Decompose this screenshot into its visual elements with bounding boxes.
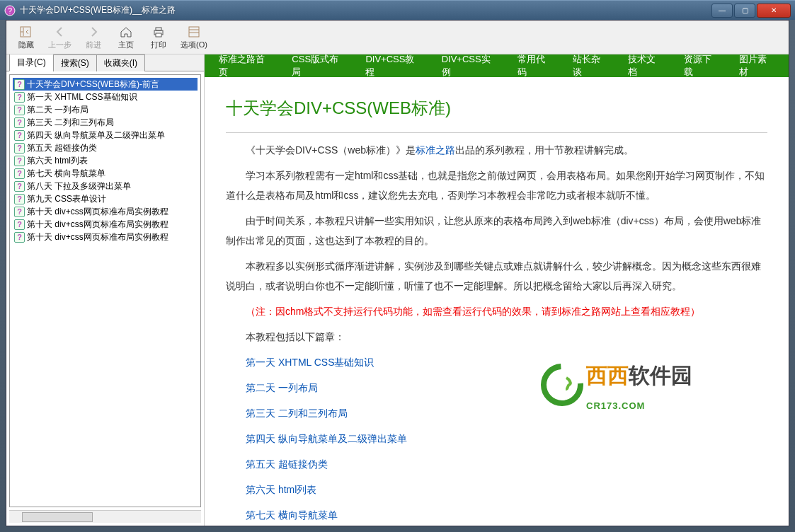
tree-item[interactable]: ?第七天 横向导航菜单 xyxy=(13,167,198,180)
nav-link[interactable]: DIV+CSS实例 xyxy=(442,54,498,79)
help-page-icon: ? xyxy=(14,91,25,103)
article-body: 十天学会DIV+CSS(WEB标准) 《十天学会DIV+CSS（web标准）》是… xyxy=(205,77,789,526)
chapters-intro: 本教程包括以下篇章： xyxy=(226,327,767,347)
help-page-icon: ? xyxy=(14,104,25,115)
tree-item[interactable]: ?第二天 一列布局 xyxy=(13,103,198,116)
help-page-icon: ? xyxy=(14,129,25,141)
tree-item[interactable]: ?第三天 二列和三列布局 xyxy=(13,116,198,129)
minimize-button[interactable]: — xyxy=(711,4,733,18)
options-button[interactable]: 选项(O) xyxy=(176,23,212,52)
chapter-link[interactable]: 第四天 纵向导航菜单及二级弹出菜单 xyxy=(246,429,767,449)
logo-mark-icon xyxy=(541,364,583,406)
paragraph: 《十天学会DIV+CSS（web标准）》是标准之路出品的系列教程，用十节教程讲解… xyxy=(226,140,767,160)
help-page-icon: ? xyxy=(14,79,25,90)
page-title: 十天学会DIV+CSS(WEB标准) xyxy=(226,91,767,133)
svg-point-7 xyxy=(544,366,580,403)
home-icon xyxy=(119,25,133,39)
note-text: （注：因chm格式不支持运行代码功能，如需查看运行代码的效果，请到标准之路网站上… xyxy=(226,301,767,321)
help-page-icon: ? xyxy=(14,231,25,243)
help-page-icon: ? xyxy=(14,193,25,204)
client-area: 隐藏 上一步 前进 主页 打印 选项(O) xyxy=(6,20,789,526)
print-button[interactable]: 打印 xyxy=(143,23,174,52)
tree-item[interactable]: ?第十天 div+css网页标准布局实例教程 xyxy=(13,231,198,243)
svg-rect-6 xyxy=(189,27,199,37)
tree-item[interactable]: ?第九天 CSS表单设计 xyxy=(13,192,198,205)
nav-link[interactable]: 站长杂谈 xyxy=(573,54,608,79)
app-window: ? 十天学会DIV+CSS(WEB标准)__标准之路 — ▢ ✕ 隐藏 上一步 … xyxy=(0,0,795,532)
help-page-icon: ? xyxy=(14,117,25,128)
svg-rect-4 xyxy=(156,28,161,30)
app-icon: ? xyxy=(4,5,16,16)
tree-item[interactable]: ?第一天 XHTML CSS基础知识 xyxy=(13,91,198,103)
nav-link[interactable]: 技术文档 xyxy=(628,54,663,79)
tree-hscrollbar[interactable] xyxy=(9,510,201,523)
back-icon xyxy=(53,25,67,39)
tree-item[interactable]: ?第八天 下拉及多级弹出菜单 xyxy=(13,180,198,192)
help-page-icon: ? xyxy=(14,219,25,230)
options-icon xyxy=(187,25,201,39)
paragraph: 学习本系列教程需有一定html和css基础，也就是指您之前做过网页，会用表格布局… xyxy=(226,166,767,205)
back-button[interactable]: 上一步 xyxy=(43,23,76,52)
split-container: 目录(C) 搜索(S) 收藏夹(I) ?十天学会DIV+CSS(WEB标准)-前… xyxy=(6,54,789,526)
nav-tabs: 目录(C) 搜索(S) 收藏夹(I) xyxy=(6,54,204,71)
inline-link[interactable]: 标准之路 xyxy=(416,144,455,156)
help-page-icon: ? xyxy=(14,142,25,154)
window-title: 十天学会DIV+CSS(WEB标准)__标准之路 xyxy=(20,4,710,16)
help-page-icon: ? xyxy=(14,168,25,179)
help-page-icon: ? xyxy=(14,155,25,166)
navigation-pane: 目录(C) 搜索(S) 收藏夹(I) ?十天学会DIV+CSS(WEB标准)-前… xyxy=(6,54,205,526)
toolbar: 隐藏 上一步 前进 主页 打印 选项(O) xyxy=(6,21,789,54)
titlebar[interactable]: ? 十天学会DIV+CSS(WEB标准)__标准之路 — ▢ ✕ xyxy=(0,0,795,20)
nav-link[interactable]: 资源下载 xyxy=(684,54,719,79)
forward-button[interactable]: 前进 xyxy=(78,23,109,52)
print-icon xyxy=(151,25,166,39)
paragraph: 本教程多以实例形式循序渐进讲解，实例涉及到哪些关键点或难点就讲解什么，较少讲解概… xyxy=(226,256,767,296)
nav-link[interactable]: 图片素材 xyxy=(739,54,774,79)
tree-item[interactable]: ?第十天 div+css网页标准布局实例教程 xyxy=(13,218,198,231)
help-page-icon: ? xyxy=(14,180,25,192)
watermark-logo: 西西软件园 CR173.COM xyxy=(541,357,767,413)
tree-item[interactable]: ?第六天 html列表 xyxy=(13,154,198,167)
content-pane: 标准之路首页 CSS版式布局 DIV+CSS教程 DIV+CSS实例 常用代码 … xyxy=(205,54,789,526)
tab-favorites[interactable]: 收藏夹(I) xyxy=(96,54,145,71)
nav-link[interactable]: DIV+CSS教程 xyxy=(365,54,421,79)
tree-item[interactable]: ?第四天 纵向导航菜单及二级弹出菜单 xyxy=(13,129,198,141)
site-nav: 标准之路首页 CSS版式布局 DIV+CSS教程 DIV+CSS实例 常用代码 … xyxy=(205,54,789,77)
svg-text:?: ? xyxy=(8,6,12,15)
hide-button[interactable]: 隐藏 xyxy=(11,23,42,52)
home-button[interactable]: 主页 xyxy=(110,23,142,52)
chapter-link[interactable]: 第六天 html列表 xyxy=(246,480,767,499)
chapter-link[interactable]: 第五天 超链接伪类 xyxy=(246,454,767,474)
paragraph: 由于时间关系，本教程只讲解一些实用知识，让您从原来的表格布局跨入到web标准（d… xyxy=(226,211,767,250)
nav-link[interactable]: CSS版式布局 xyxy=(292,54,345,79)
maximize-button[interactable]: ▢ xyxy=(734,4,755,18)
content-scroll[interactable]: 标准之路首页 CSS版式布局 DIV+CSS教程 DIV+CSS实例 常用代码 … xyxy=(205,54,789,526)
scrollbar-thumb[interactable] xyxy=(22,512,93,522)
nav-link[interactable]: 标准之路首页 xyxy=(219,54,272,79)
forward-icon xyxy=(86,25,101,39)
svg-rect-5 xyxy=(156,33,161,37)
tab-search[interactable]: 搜索(S) xyxy=(53,54,97,71)
contents-tree[interactable]: ?十天学会DIV+CSS(WEB标准)-前言 ?第一天 XHTML CSS基础知… xyxy=(9,74,201,507)
nav-link[interactable]: 常用代码 xyxy=(517,54,553,79)
tab-contents[interactable]: 目录(C) xyxy=(9,54,54,71)
tree-item[interactable]: ?十天学会DIV+CSS(WEB标准)-前言 xyxy=(13,78,198,91)
hide-icon xyxy=(19,25,33,39)
window-controls: — ▢ ✕ xyxy=(710,4,791,18)
close-button[interactable]: ✕ xyxy=(757,4,791,18)
help-page-icon: ? xyxy=(14,206,25,217)
tree-item[interactable]: ?第十天 div+css网页标准布局实例教程 xyxy=(13,205,198,218)
tree-item[interactable]: ?第五天 超链接伪类 xyxy=(13,141,198,154)
chapter-link[interactable]: 第七天 横向导航菜单 xyxy=(246,505,767,525)
